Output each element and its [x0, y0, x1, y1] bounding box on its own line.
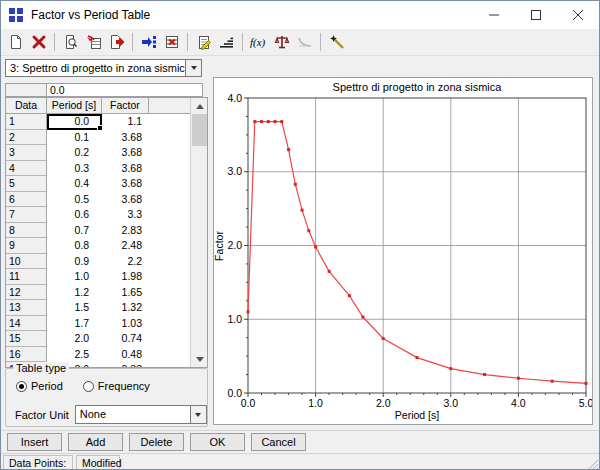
- title-bar[interactable]: Factor vs Period Table: [1, 1, 599, 29]
- factor-cell[interactable]: 1.65: [102, 285, 149, 301]
- row-number-cell[interactable]: 2: [6, 130, 47, 146]
- table-row[interactable]: 141.71.03: [6, 316, 207, 332]
- period-cell[interactable]: 2.5: [47, 347, 102, 363]
- table-row[interactable]: 111.01.98: [6, 269, 207, 285]
- table-row[interactable]: 20.13.68: [6, 130, 207, 146]
- blank-cell[interactable]: [149, 207, 191, 223]
- import-data-button[interactable]: [82, 31, 105, 53]
- delete-button[interactable]: Delete: [129, 433, 184, 451]
- table-row[interactable]: 100.92.2: [6, 254, 207, 270]
- period-cell[interactable]: 1.0: [47, 269, 102, 285]
- export-data-button[interactable]: [105, 31, 128, 53]
- blank-cell[interactable]: [149, 300, 191, 316]
- factor-cell[interactable]: 2.48: [102, 238, 149, 254]
- period-cell[interactable]: 0.9: [47, 254, 102, 270]
- row-number-cell[interactable]: 11: [6, 269, 47, 285]
- blank-cell[interactable]: [149, 192, 191, 208]
- blank-cell[interactable]: [149, 238, 191, 254]
- factor-cell[interactable]: 3.68: [102, 192, 149, 208]
- column-header-period[interactable]: Period [s]: [47, 98, 102, 114]
- row-number-cell[interactable]: 7: [6, 207, 47, 223]
- factor-cell[interactable]: 1.03: [102, 316, 149, 332]
- blank-cell[interactable]: [149, 269, 191, 285]
- table-row[interactable]: 30.23.68: [6, 145, 207, 161]
- factor-cell[interactable]: 3.68: [102, 130, 149, 146]
- factor-cell[interactable]: 3.68: [102, 161, 149, 177]
- scroll-down-button[interactable]: [191, 351, 208, 367]
- close-button[interactable]: [557, 1, 599, 29]
- factor-cell[interactable]: 3.3: [102, 207, 149, 223]
- period-cell[interactable]: 0.7: [47, 223, 102, 239]
- period-cell[interactable]: 2.0: [47, 331, 102, 347]
- table-row[interactable]: 10.01.1: [6, 114, 207, 130]
- delete-table-button[interactable]: [27, 31, 50, 53]
- blank-cell[interactable]: [149, 331, 191, 347]
- insert-button[interactable]: Insert: [7, 433, 62, 451]
- delete-row-button[interactable]: [160, 31, 183, 53]
- period-cell[interactable]: 0.3: [47, 161, 102, 177]
- blank-cell[interactable]: [149, 347, 191, 363]
- row-number-cell[interactable]: 16: [6, 347, 47, 363]
- period-cell[interactable]: 1.7: [47, 316, 102, 332]
- insert-row-button[interactable]: [137, 31, 160, 53]
- row-number-cell[interactable]: 5: [6, 176, 47, 192]
- period-cell[interactable]: 0.6: [47, 207, 102, 223]
- row-number-cell[interactable]: 6: [6, 192, 47, 208]
- scrollbar-thumb[interactable]: [192, 114, 207, 146]
- table-row[interactable]: 80.72.83: [6, 223, 207, 239]
- maximize-button[interactable]: [515, 1, 557, 29]
- radio-frequency-icon[interactable]: [83, 381, 94, 392]
- factor-cell[interactable]: 1.98: [102, 269, 149, 285]
- curve-fit-button[interactable]: [293, 31, 316, 53]
- radio-option-period[interactable]: Period: [16, 380, 63, 392]
- table-row[interactable]: 70.63.3: [6, 207, 207, 223]
- formula-fx-button[interactable]: f(x): [247, 31, 270, 53]
- period-cell[interactable]: 0.2: [47, 145, 102, 161]
- blank-cell[interactable]: [149, 114, 191, 130]
- preset-combobox[interactable]: 3: Spettro di progetto in zona sismica: [5, 59, 202, 77]
- table-scrollbar[interactable]: [190, 98, 207, 367]
- ok-button[interactable]: OK: [190, 433, 245, 451]
- row-number-cell[interactable]: 9: [6, 238, 47, 254]
- wizard-button[interactable]: [325, 31, 348, 53]
- factor-cell[interactable]: 3.68: [102, 145, 149, 161]
- blank-cell[interactable]: [149, 161, 191, 177]
- factor-unit-dropdown-button[interactable]: [190, 406, 206, 423]
- cancel-button[interactable]: Cancel: [251, 433, 306, 451]
- table-row[interactable]: 40.33.68: [6, 161, 207, 177]
- row-number-cell[interactable]: 1: [6, 114, 47, 130]
- factor-cell[interactable]: 2.2: [102, 254, 149, 270]
- blank-cell[interactable]: [149, 316, 191, 332]
- cell-editor-input[interactable]: 0.0: [46, 83, 203, 97]
- table-row[interactable]: 90.82.48: [6, 238, 207, 254]
- factor-cell[interactable]: 0.33: [102, 362, 149, 367]
- radio-option-frequency[interactable]: Frequency: [83, 380, 150, 392]
- factor-cell[interactable]: 2.83: [102, 223, 149, 239]
- row-number-cell[interactable]: 4: [6, 161, 47, 177]
- factor-unit-combobox[interactable]: None: [75, 405, 207, 424]
- table-row[interactable]: 131.51.32: [6, 300, 207, 316]
- blank-cell[interactable]: [149, 176, 191, 192]
- period-cell[interactable]: 0.4: [47, 176, 102, 192]
- print-preview-button[interactable]: [59, 31, 82, 53]
- resize-grip-icon[interactable]: [586, 458, 598, 470]
- row-number-cell[interactable]: 13: [6, 300, 47, 316]
- period-cell[interactable]: 1.5: [47, 300, 102, 316]
- scale-units-button[interactable]: [270, 31, 293, 53]
- scroll-up-button[interactable]: [191, 98, 208, 114]
- new-table-button[interactable]: [4, 31, 27, 53]
- minimize-button[interactable]: [473, 1, 515, 29]
- blank-cell[interactable]: [149, 130, 191, 146]
- blank-cell[interactable]: [149, 362, 191, 367]
- period-cell[interactable]: 0.5: [47, 192, 102, 208]
- factor-cell[interactable]: 1.1: [102, 114, 149, 130]
- radio-period-icon[interactable]: [16, 381, 27, 392]
- add-button[interactable]: Add: [68, 433, 123, 451]
- table-row[interactable]: 152.00.74: [6, 331, 207, 347]
- factor-cell[interactable]: 0.48: [102, 347, 149, 363]
- table-row[interactable]: 60.53.68: [6, 192, 207, 208]
- table-row[interactable]: 50.43.68: [6, 176, 207, 192]
- factor-cell[interactable]: 3.68: [102, 176, 149, 192]
- column-header-data[interactable]: Data: [6, 98, 47, 114]
- blank-cell[interactable]: [149, 254, 191, 270]
